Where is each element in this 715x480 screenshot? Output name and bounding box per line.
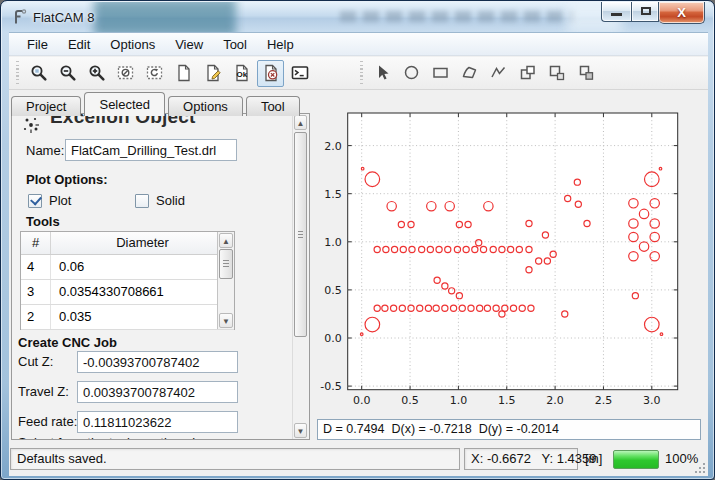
menu-item-help[interactable]: Help: [257, 35, 304, 54]
units-label: [in]: [585, 448, 602, 470]
plot-canvas[interactable]: 0.00.51.01.52.02.53.0-0.50.00.51.01.52.0: [317, 94, 701, 416]
cut-z-label: Cut Z:: [18, 354, 53, 369]
toolbar-delete-object-button[interactable]: [257, 60, 284, 87]
table-scroll-up-button[interactable]: ▲: [219, 233, 233, 248]
tab-tool[interactable]: Tool: [246, 96, 300, 116]
titlebar[interactable]: FlatCAM 8 X: [2, 2, 713, 32]
y-tick-label: 0.5: [324, 284, 342, 297]
menu-item-view[interactable]: View: [165, 35, 213, 54]
menu-item-file[interactable]: File: [17, 35, 58, 54]
tool-row[interactable]: 40.06: [21, 255, 234, 280]
progress-bar: [613, 450, 659, 469]
toolbar-polygon-button[interactable]: [456, 60, 483, 87]
zoom-fit-icon: [30, 64, 48, 82]
panel-scroll-down-button[interactable]: ▼: [294, 423, 307, 438]
excellon-object-icon: [21, 115, 43, 137]
toolbar-drag-handle[interactable]: [15, 61, 20, 85]
toolbar-pointer-button[interactable]: [369, 60, 396, 87]
toolbar-move-button[interactable]: [572, 60, 599, 87]
close-icon: X: [659, 2, 704, 23]
delete-object-icon: [262, 64, 280, 82]
maximize-button[interactable]: [631, 2, 659, 22]
union-icon: [519, 64, 537, 82]
toolbar-zoom-out-button[interactable]: [54, 60, 81, 87]
toolbar-polyline-button[interactable]: [485, 60, 512, 87]
toolbar-ok-document-button[interactable]: Ok: [228, 60, 255, 87]
edit-document-icon: [204, 64, 222, 82]
clear-plot-icon: [117, 64, 135, 82]
background-blur-blob: [94, 2, 236, 32]
x-tick-label: 2.0: [546, 394, 564, 407]
menu-item-edit[interactable]: Edit: [58, 35, 100, 54]
solid-checkbox-label: Solid: [156, 193, 185, 208]
tool-row[interactable]: 30.0354330708661: [21, 280, 234, 305]
zoom-in-icon: [88, 64, 106, 82]
toolbar-zoom-in-button[interactable]: [83, 60, 110, 87]
plot-checkbox[interactable]: [28, 194, 42, 208]
toolbar-rectangle-button[interactable]: [427, 60, 454, 87]
svg-text:Ok: Ok: [236, 70, 247, 79]
toolbar-edit-document-button[interactable]: [199, 60, 226, 87]
y-tick-label: 2.0: [324, 140, 342, 153]
toolbar-clear-plot-button[interactable]: [112, 60, 139, 87]
polygon-icon: [461, 64, 479, 82]
menu-item-tool[interactable]: Tool: [213, 35, 257, 54]
y-tick-label: 1.5: [324, 188, 342, 201]
caption-buttons: X: [601, 2, 705, 24]
tool-diameter-cell[interactable]: 0.0354330708661: [51, 280, 234, 304]
tab-project[interactable]: Project: [11, 96, 81, 116]
x-tick-label: 0.0: [353, 394, 371, 407]
background-blur-text: [340, 11, 575, 22]
close-button[interactable]: X: [659, 2, 705, 24]
tool-number-header: #: [21, 232, 51, 254]
x-tick-label: 2.5: [595, 394, 613, 407]
solid-checkbox[interactable]: [135, 194, 149, 208]
toolbar-drag-handle[interactable]: [359, 61, 364, 85]
shell-icon: [291, 64, 309, 82]
table-scroll-thumb[interactable]: [219, 249, 233, 279]
toolbar-new-document-button[interactable]: [170, 60, 197, 87]
name-input[interactable]: [65, 139, 237, 161]
tools-table-scrollbar[interactable]: ▲ ▼: [217, 232, 234, 329]
x-tick-label: 1.0: [450, 394, 468, 407]
panel-scroll-up-button[interactable]: ▲: [294, 115, 307, 130]
toolbar-circle-button[interactable]: [398, 60, 425, 87]
copy-icon: [548, 64, 566, 82]
tool-number-cell[interactable]: 3: [21, 280, 51, 304]
cut-z-input[interactable]: [77, 351, 238, 373]
toolbar-zoom-fit-button[interactable]: [25, 60, 52, 87]
polyline-icon: [490, 64, 508, 82]
panel-scroll-thumb[interactable]: [294, 132, 307, 337]
status-message: Defaults saved.: [10, 448, 460, 470]
travel-z-input[interactable]: [77, 381, 238, 403]
x-tick-label: 3.0: [643, 394, 661, 407]
tool-diameter-cell[interactable]: 0.06: [51, 255, 234, 279]
name-label: Name:: [26, 143, 64, 158]
toolbar-union-button[interactable]: [514, 60, 541, 87]
resize-grip[interactable]: [693, 461, 706, 474]
minimize-button[interactable]: [601, 2, 631, 22]
toolbar-shell-button[interactable]: [286, 60, 313, 87]
tool-diameter-cell[interactable]: 0.035: [51, 305, 234, 329]
client-area: FileEditOptionsViewToolHelp Ok ProjectSe…: [9, 32, 708, 475]
cnc-section-label: Create CNC Job: [18, 335, 117, 350]
tool-number-cell[interactable]: 4: [21, 255, 51, 279]
menu-item-options[interactable]: Options: [100, 35, 165, 54]
y-tick-label: 0.0: [324, 332, 342, 345]
tab-bar: ProjectSelectedOptionsTool: [11, 92, 331, 114]
tool-row[interactable]: 20.035: [21, 305, 234, 330]
panel-scrollbar[interactable]: ▲ ▼: [292, 114, 308, 439]
toolbar-replot-button[interactable]: [141, 60, 168, 87]
tools-table: # Diameter 40.0630.035433070866120.035 ▲…: [20, 231, 235, 330]
drill-plot: 0.00.51.01.52.02.53.0-0.50.00.51.01.52.0: [317, 94, 701, 416]
tab-options[interactable]: Options: [168, 96, 243, 116]
x-tick-label: 0.5: [401, 394, 419, 407]
selected-panel: Excellon Object Name: Plot Options: Plot…: [11, 113, 310, 440]
tab-selected[interactable]: Selected: [84, 92, 165, 116]
tool-number-cell[interactable]: 2: [21, 305, 51, 329]
flatcam-logo-icon: [11, 8, 29, 26]
toolbar-copy-button[interactable]: [543, 60, 570, 87]
feed-rate-input[interactable]: [77, 411, 238, 433]
table-scroll-down-button[interactable]: ▼: [219, 313, 233, 328]
tools-label: Tools: [26, 214, 60, 229]
